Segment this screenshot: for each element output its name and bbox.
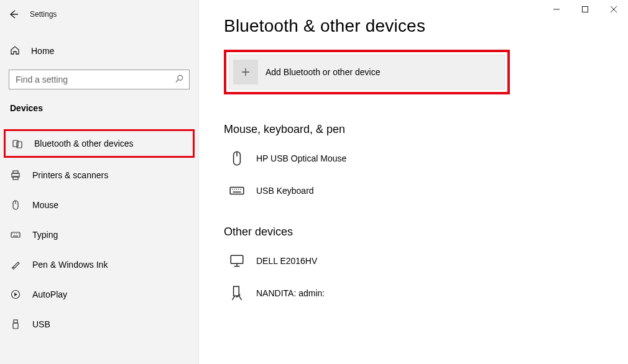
device-label: NANDITA: admin: [256, 288, 325, 298]
device-item[interactable]: NANDITA: admin: [224, 277, 603, 309]
sidebar: Settings Home Devices [0, 0, 199, 364]
section-title-mouse-keyboard: Mouse, keyboard, & pen [224, 123, 603, 136]
sidebar-item-label: AutoPlay [32, 289, 67, 299]
device-label: USB Keyboard [256, 186, 314, 196]
sidebar-item-label: Bluetooth & other devices [34, 139, 134, 148]
section-title-other: Other devices [224, 225, 603, 239]
search-wrap [9, 70, 190, 89]
sidebar-item-label: Printers & scanners [32, 170, 108, 180]
sidebar-item-pen[interactable]: Pen & Windows Ink [0, 252, 198, 277]
plus-icon [233, 60, 258, 84]
add-device-label: Add Bluetooth or other device [266, 67, 380, 77]
sidebar-item-typing[interactable]: Typing [0, 222, 198, 247]
svg-rect-31 [583, 7, 588, 12]
svg-rect-8 [11, 232, 20, 237]
device-item[interactable]: HP USB Optical Mouse [224, 142, 603, 175]
sidebar-item-printers[interactable]: Printers & scanners [0, 163, 198, 188]
sidebar-item-label: Pen & Windows Ink [32, 260, 108, 270]
mouse-icon [228, 150, 246, 166]
keyboard-icon [10, 230, 21, 240]
bluetooth-devices-icon [12, 139, 23, 148]
sidebar-item-mouse[interactable]: Mouse [0, 193, 198, 217]
back-icon[interactable] [9, 9, 19, 19]
annotation-highlight-sidebar: Bluetooth & other devices [4, 129, 195, 158]
device-item[interactable]: USB Keyboard [224, 175, 603, 207]
minimize-button[interactable] [542, 0, 571, 19]
svg-rect-3 [13, 171, 18, 173]
window-controls [542, 0, 628, 19]
sidebar-item-autoplay[interactable]: AutoPlay [0, 282, 198, 307]
sidebar-section-label: Devices [0, 103, 198, 113]
sidebar-item-label: USB [32, 319, 50, 329]
printer-icon [10, 170, 21, 180]
usb-icon [10, 319, 21, 329]
sidebar-item-label: Typing [32, 230, 58, 240]
svg-rect-15 [14, 320, 17, 323]
sidebar-home[interactable]: Home [0, 39, 198, 63]
autoplay-icon [10, 289, 21, 299]
search-input[interactable] [9, 70, 190, 89]
main-content: Bluetooth & other devices Add Bluetooth … [199, 0, 628, 364]
home-icon [10, 45, 20, 57]
svg-rect-26 [231, 255, 243, 263]
app-title: Settings [30, 10, 57, 19]
keyboard-icon [228, 183, 246, 199]
monitor-icon [228, 253, 246, 269]
device-item[interactable]: DELL E2016HV [224, 245, 603, 277]
sidebar-item-bluetooth[interactable]: Bluetooth & other devices [6, 131, 193, 156]
annotation-highlight-add: Add Bluetooth or other device [224, 50, 510, 94]
sidebar-item-label: Mouse [32, 200, 58, 210]
device-label: DELL E2016HV [256, 256, 317, 266]
svg-rect-16 [13, 323, 18, 329]
sidebar-home-label: Home [31, 46, 54, 56]
sidebar-item-usb[interactable]: USB [0, 312, 198, 337]
page-title: Bluetooth & other devices [224, 16, 603, 36]
settings-window: Settings Home Devices [0, 0, 628, 364]
svg-rect-29 [234, 286, 239, 296]
pen-icon [10, 260, 21, 270]
device-misc-icon [228, 285, 246, 301]
maximize-button[interactable] [571, 0, 599, 19]
add-device-button[interactable]: Add Bluetooth or other device [229, 55, 505, 89]
device-label: HP USB Optical Mouse [256, 153, 346, 163]
close-button[interactable] [599, 0, 628, 19]
search-icon [175, 75, 183, 85]
mouse-icon [10, 200, 21, 210]
titlebar: Settings [0, 5, 198, 24]
svg-rect-19 [230, 188, 244, 194]
